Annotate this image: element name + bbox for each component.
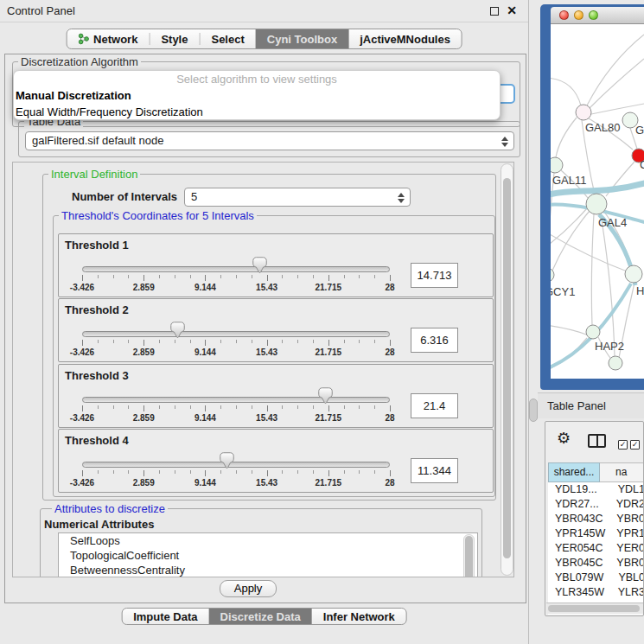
tab-label: Discretize Data — [220, 610, 301, 623]
tick-label: 28 — [385, 283, 394, 292]
vertical-scrollbar[interactable] — [501, 163, 513, 576]
network-canvas[interactable]: GAL80G.CGAL11GAL4GCY1HHAP2 — [551, 24, 644, 379]
network-edge — [556, 118, 577, 157]
option-equal-width-frequency-discretization[interactable]: Equal Width/Frequency Discretization — [14, 104, 500, 120]
slider-track[interactable] — [82, 397, 390, 403]
slider-track[interactable] — [82, 266, 390, 272]
tick-mark — [267, 470, 268, 476]
tick-label: -3.426 — [70, 413, 94, 423]
split-columns-icon[interactable] — [588, 434, 606, 448]
network-node[interactable] — [609, 356, 622, 370]
network-node-gal80[interactable] — [576, 105, 591, 120]
tick-mark — [236, 405, 237, 409]
column-header-shared-name[interactable]: shared... — [548, 462, 600, 482]
tick-label: -3.426 — [70, 348, 94, 357]
tab-jactivemnodules[interactable]: jActiveMNodules — [348, 29, 462, 48]
slider-thumb[interactable] — [170, 322, 185, 339]
tick-mark — [297, 405, 298, 409]
cell-shared-name: YPR145W — [548, 526, 612, 541]
numerical-attributes-list: SelfLoopsTopologicalCoefficientBetweenne… — [58, 532, 478, 577]
tab-impute-data[interactable]: Impute Data — [122, 609, 208, 624]
splitter-handle[interactable] — [529, 399, 538, 422]
tick-mark — [220, 405, 221, 409]
slider-thumb[interactable] — [318, 387, 333, 405]
threshold-value-field[interactable]: 21.4 — [411, 393, 458, 418]
tick-mark — [297, 470, 298, 474]
cell-name: YDR2 — [612, 497, 644, 512]
minimize-traffic-light-icon[interactable] — [574, 10, 583, 20]
node-label: HAP2 — [595, 340, 624, 353]
tick-mark — [113, 405, 114, 409]
network-node-hap2[interactable] — [586, 325, 600, 339]
node-label: GAL4 — [598, 216, 627, 229]
tick-mark — [98, 405, 99, 409]
tick-label: 2.859 — [133, 413, 155, 423]
network-node-gal4[interactable] — [586, 194, 607, 214]
checkbox-icon[interactable]: ✓ — [618, 440, 628, 450]
node-label: GCY1 — [551, 285, 575, 298]
gear-icon[interactable]: ⚙ — [557, 430, 571, 447]
tick-mark — [267, 405, 268, 411]
tick-mark — [344, 340, 345, 343]
slider-track[interactable] — [82, 331, 390, 337]
slider-ticks — [82, 405, 390, 412]
attribute-item-topologicalcoefficient[interactable]: TopologicalCoefficient — [59, 548, 477, 563]
tab-network[interactable]: Network — [67, 29, 149, 48]
horizontal-scrollbar[interactable] — [546, 603, 644, 614]
spinner-arrows-icon[interactable] — [396, 191, 406, 204]
table-row[interactable]: YPR145WYPR1 — [548, 526, 644, 541]
scrollbar-thumb[interactable] — [503, 178, 511, 558]
tick-mark — [159, 340, 160, 343]
attribute-item-selfloops[interactable]: SelfLoops — [59, 533, 477, 548]
tab-cyni-toolbox[interactable]: Cyni Toolbox — [256, 29, 348, 48]
threshold-panel: Threshold 2-3.4262.8599.14415.4321.71528… — [58, 298, 494, 362]
table-data-combobox[interactable]: galFiltered.sif default node — [25, 131, 514, 150]
checkbox-icon[interactable]: ✓ — [630, 440, 640, 450]
cell-shared-name: YBR043C — [548, 512, 612, 526]
cell-name: YPR1 — [612, 526, 644, 541]
tick-mark — [175, 470, 175, 474]
scrollbar-thumb[interactable] — [548, 605, 640, 612]
spinner-arrows-icon[interactable] — [500, 135, 510, 148]
tab-infer-network[interactable]: Infer Network — [312, 609, 406, 624]
slider-thumb[interactable] — [220, 452, 234, 469]
threshold-value-field[interactable]: 14.713 — [411, 263, 458, 288]
network-edge — [587, 35, 644, 105]
apply-button[interactable]: Apply — [220, 580, 277, 597]
float-window-icon[interactable] — [490, 7, 499, 16]
table-row[interactable]: YER054CYER0 — [548, 541, 644, 556]
tick-mark — [328, 275, 329, 281]
tab-select[interactable]: Select — [200, 29, 255, 48]
option-manual-discretization[interactable]: Manual Discretization — [14, 87, 500, 104]
tick-mark — [82, 405, 83, 411]
network-node-gal11[interactable] — [551, 157, 563, 173]
zoom-traffic-light-icon[interactable] — [589, 10, 598, 20]
list-scrollbar[interactable] — [463, 534, 475, 577]
tab-style[interactable]: Style — [150, 29, 199, 48]
number-of-intervals-combobox[interactable]: 5 — [184, 188, 411, 207]
slider-thumb[interactable] — [252, 257, 267, 274]
table-row[interactable]: YBL079WYBL0 — [548, 571, 644, 585]
network-node-h[interactable] — [625, 265, 642, 283]
threshold-value-field[interactable]: 11.344 — [411, 458, 458, 483]
close-traffic-light-icon[interactable] — [559, 10, 569, 20]
tab-discretize-data[interactable]: Discretize Data — [209, 609, 312, 624]
table-row[interactable]: YDL19...YDL1 — [548, 482, 644, 497]
table-row[interactable]: YBR043CYBR0 — [548, 512, 644, 526]
tick-mark — [390, 275, 391, 281]
tick-mark — [359, 470, 360, 474]
column-header-name[interactable]: na — [600, 462, 644, 482]
network-edge — [551, 208, 587, 247]
slider-track[interactable] — [82, 462, 390, 468]
table-row[interactable]: YDR27...YDR2 — [548, 497, 644, 512]
tick-mark — [344, 405, 345, 409]
network-node-gcy1[interactable] — [551, 268, 554, 282]
table-row[interactable]: YBR045CYBR0 — [548, 556, 644, 571]
table-row[interactable]: YLR345WYLR3 — [548, 585, 644, 600]
close-icon[interactable]: ✕ — [507, 3, 517, 17]
network-view-window[interactable]: GAL80G.CGAL11GAL4GCY1HHAP2 — [540, 4, 644, 390]
threshold-value-field[interactable]: 6.316 — [411, 328, 458, 353]
cell-shared-name: YDR27... — [548, 497, 612, 512]
scrollbar-thumb[interactable] — [465, 536, 473, 577]
attribute-item-betweennesscentrality[interactable]: BetweennessCentrality — [59, 563, 477, 577]
